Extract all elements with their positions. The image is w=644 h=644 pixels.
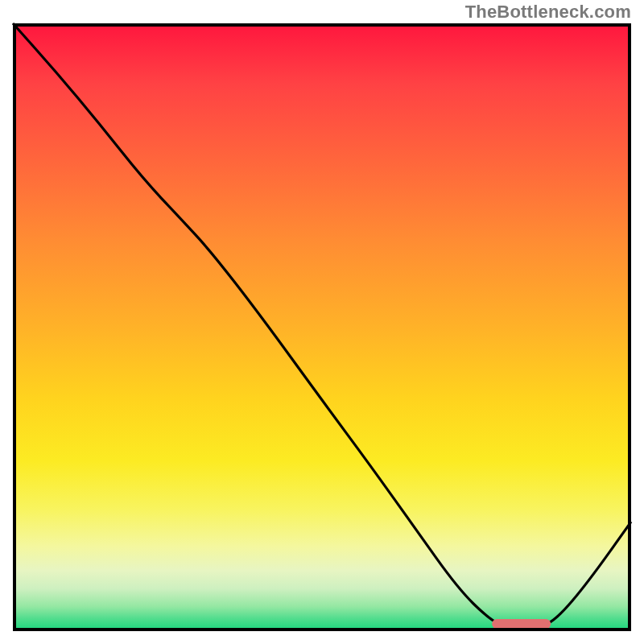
optimal-range-marker xyxy=(492,619,551,629)
attribution-text: TheBottleneck.com xyxy=(465,2,631,23)
plot-area xyxy=(13,23,631,631)
chart-svg xyxy=(13,23,631,631)
bottleneck-curve xyxy=(13,23,631,628)
chart-root: TheBottleneck.com xyxy=(0,0,644,644)
